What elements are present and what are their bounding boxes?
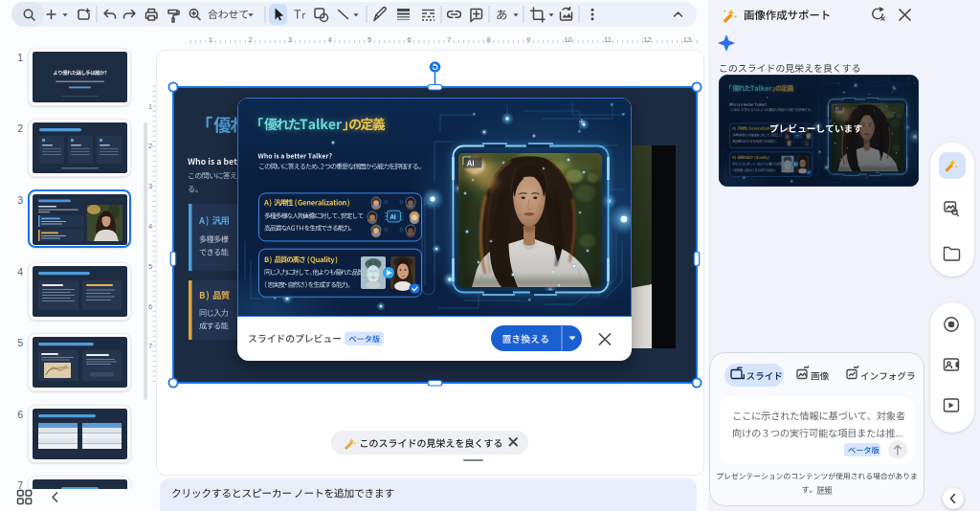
svg-text:3: 3: [148, 182, 152, 190]
svg-text:1: 1: [17, 52, 23, 63]
svg-text:6: 6: [148, 302, 152, 311]
svg-text:5: 5: [148, 262, 152, 271]
svg-text:3: 3: [17, 194, 23, 206]
svg-text:5: 5: [17, 337, 23, 348]
svg-text:7: 7: [148, 342, 152, 350]
svg-text:2: 2: [17, 122, 23, 134]
svg-text:1: 1: [148, 102, 152, 111]
svg-text:4: 4: [148, 222, 152, 231]
svg-text:4: 4: [17, 266, 23, 278]
svg-text:6: 6: [17, 409, 23, 420]
svg-text:2: 2: [148, 142, 152, 150]
